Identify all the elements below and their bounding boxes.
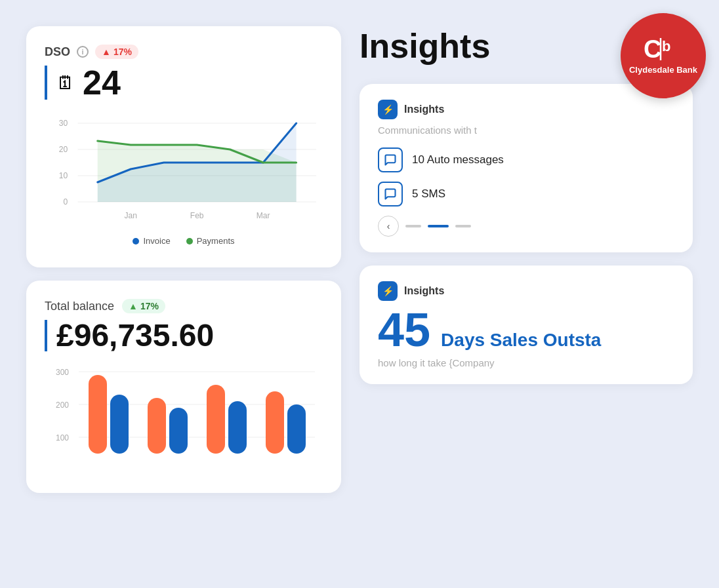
sms-icon <box>378 182 403 206</box>
insights-icon-2: ⚡ <box>378 281 398 301</box>
dso-badge: ▲ 17% <box>95 45 138 59</box>
message-row-2: 5 SMS <box>378 182 674 206</box>
pagination-row: ‹ <box>378 216 674 237</box>
insights-icon-1: ⚡ <box>378 100 398 119</box>
message-row-1: 10 Auto messages <box>378 147 674 172</box>
dso-subtitle: how long it take {Company <box>378 357 674 368</box>
svg-rect-24 <box>228 401 247 454</box>
svg-text:Mar: Mar <box>257 211 270 220</box>
pagination-dot-1[interactable] <box>405 225 421 227</box>
svg-text:100: 100 <box>56 433 69 442</box>
svg-rect-19 <box>89 375 107 454</box>
insights-card-title-2: Insights <box>404 285 444 297</box>
chart-legend: Invoice Payments <box>45 236 323 246</box>
bank-logo-text: Clydesdale Bank <box>629 65 697 76</box>
insights-card-dso: ⚡ Insights 45 Days Sales Outsta how long… <box>360 265 693 384</box>
balance-badge: ▲ 17% <box>122 299 165 313</box>
svg-rect-21 <box>148 398 166 454</box>
balance-card: Total balance ▲ 17% £96,735.60 300 200 1… <box>26 281 341 493</box>
calendar-icon: 🗓 <box>56 72 75 94</box>
insights-subtitle-1: Communications with t <box>378 125 674 136</box>
balance-chart: 300 200 100 <box>45 362 323 480</box>
svg-rect-20 <box>110 395 129 454</box>
dso-label: DSO <box>45 45 70 59</box>
dso-value-row: 🗓 24 <box>45 66 323 100</box>
invoice-legend-dot <box>133 238 139 245</box>
bank-logo: C b Clydesdale Bank <box>621 13 706 98</box>
dso-big-number: 45 <box>378 306 430 353</box>
insights-card-communications: ⚡ Insights Communications with t 10 Auto… <box>360 84 693 252</box>
svg-text:b: b <box>662 38 670 54</box>
svg-text:C: C <box>644 35 661 62</box>
svg-text:10: 10 <box>59 171 68 180</box>
auto-messages-text: 10 Auto messages <box>412 153 504 167</box>
svg-text:0: 0 <box>64 197 68 206</box>
info-icon[interactable]: i <box>77 46 89 58</box>
insights-card-title-1: Insights <box>404 104 444 115</box>
svg-text:Jan: Jan <box>124 211 137 220</box>
balance-value-row: £96,735.60 <box>45 320 323 351</box>
sms-text: 5 SMS <box>412 187 445 201</box>
svg-text:200: 200 <box>56 401 69 410</box>
svg-text:Feb: Feb <box>190 211 204 220</box>
insights-title: Insights <box>360 26 490 66</box>
pagination-dot-2[interactable] <box>428 225 449 227</box>
svg-rect-26 <box>287 404 306 454</box>
arrow-up-icon: ▲ <box>102 47 111 57</box>
balance-label: Total balance <box>45 300 114 313</box>
pagination-dot-3[interactable] <box>455 225 471 227</box>
svg-rect-25 <box>266 391 284 454</box>
bank-logo-symbol: C b <box>644 35 683 65</box>
dso-card: DSO i ▲ 17% 🗓 24 <box>26 26 341 267</box>
payments-legend-dot <box>186 238 193 245</box>
left-column: DSO i ▲ 17% 🗓 24 <box>26 26 341 493</box>
balance-number: £96,735.60 <box>56 320 214 351</box>
svg-text:20: 20 <box>59 145 68 154</box>
svg-text:300: 300 <box>56 368 69 377</box>
svg-text:30: 30 <box>59 119 68 128</box>
payments-legend-label: Payments <box>197 236 235 246</box>
right-column: C b Clydesdale Bank Insights ⚡ Insights … <box>360 26 693 384</box>
svg-rect-22 <box>169 408 188 454</box>
dso-chart: 30 20 10 0 Jan Feb Mar <box>45 110 323 254</box>
invoice-legend-label: Invoice <box>143 236 170 246</box>
prev-button[interactable]: ‹ <box>378 216 399 237</box>
dso-number: 24 <box>83 66 121 100</box>
auto-messages-icon <box>378 147 403 172</box>
svg-rect-23 <box>207 385 225 454</box>
days-sales-label: Days Sales Outsta <box>441 330 601 351</box>
arrow-up-green-icon: ▲ <box>129 301 138 311</box>
